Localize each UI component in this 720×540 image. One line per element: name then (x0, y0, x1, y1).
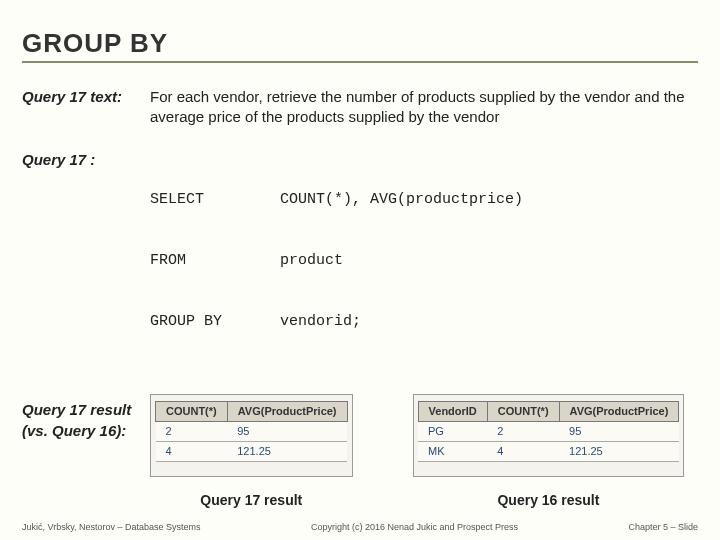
footer-center: Copyright (c) 2016 Nenad Jukic and Prosp… (311, 522, 518, 532)
sql-groupby-kw: GROUP BY (150, 312, 280, 332)
t17-r1c0: 4 (156, 441, 228, 461)
query-text-body: For each vendor, retrieve the number of … (150, 87, 698, 128)
t17-r0c0: 2 (156, 422, 228, 442)
sql-from-val: product (280, 251, 343, 271)
query17-caption: Query 17 result (150, 491, 353, 510)
sql-groupby-val: vendorid; (280, 312, 361, 332)
sql-select-val: COUNT(*), AVG(productprice) (280, 190, 523, 210)
table-row: MK 4 121.25 (418, 441, 679, 461)
query-sql-label: Query 17 : (22, 150, 150, 373)
slide-title: GROUP BY (22, 28, 698, 63)
t16-h0: VendorID (418, 402, 487, 422)
t16-r0c2: 95 (559, 422, 679, 442)
t16-r0c0: PG (418, 422, 487, 442)
query17-result-table: COUNT(*) AVG(ProductPrice) 2 95 4 121.25 (155, 401, 348, 462)
t16-r1c2: 121.25 (559, 441, 679, 461)
table-row: 4 121.25 (156, 441, 348, 461)
query-text-label: Query 17 text: (22, 87, 150, 128)
sql-select-kw: SELECT (150, 190, 280, 210)
query16-result-table: VendorID COUNT(*) AVG(ProductPrice) PG 2… (418, 401, 680, 462)
t16-r1c1: 4 (487, 441, 559, 461)
table-row: 2 95 (156, 422, 348, 442)
footer-left: Jukić, Vrbsky, Nestorov – Database Syste… (22, 522, 201, 532)
query16-caption: Query 16 result (413, 491, 685, 510)
result-row: Query 17 result (vs. Query 16): COUNT(*)… (22, 394, 698, 509)
t17-h1: AVG(ProductPrice) (227, 402, 347, 422)
result-label: Query 17 result (vs. Query 16): (22, 394, 150, 509)
query16-result-block: VendorID COUNT(*) AVG(ProductPrice) PG 2… (413, 394, 685, 509)
query-sql-row: Query 17 : SELECTCOUNT(*), AVG(productpr… (22, 150, 698, 373)
t16-h1: COUNT(*) (487, 402, 559, 422)
query-sql-body: SELECTCOUNT(*), AVG(productprice) FROMpr… (150, 150, 523, 373)
t17-h0: COUNT(*) (156, 402, 228, 422)
query17-result-block: COUNT(*) AVG(ProductPrice) 2 95 4 121.25 (150, 394, 353, 509)
t16-h2: AVG(ProductPrice) (559, 402, 679, 422)
t17-r0c1: 95 (227, 422, 347, 442)
t16-r1c0: MK (418, 441, 487, 461)
t16-r0c1: 2 (487, 422, 559, 442)
sql-from-kw: FROM (150, 251, 280, 271)
footer-right: Chapter 5 – Slide (628, 522, 698, 532)
footer: Jukić, Vrbsky, Nestorov – Database Syste… (0, 522, 720, 532)
table-row: PG 2 95 (418, 422, 679, 442)
query-text-row: Query 17 text: For each vendor, retrieve… (22, 87, 698, 128)
t17-r1c1: 121.25 (227, 441, 347, 461)
